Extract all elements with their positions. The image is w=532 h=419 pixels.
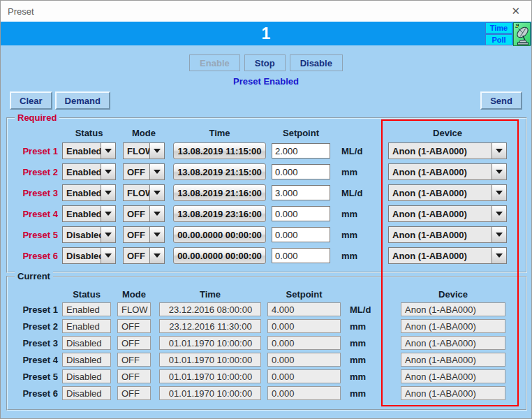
device-dropdown[interactable]: Anon (1-ABA000) (388, 163, 507, 180)
required-legend: Required (15, 112, 59, 123)
time-picker-button[interactable]: 13.08.2019 23:16:00 (173, 205, 266, 222)
preset-label: Preset 5 (8, 372, 58, 382)
status-value: Disabled (62, 336, 111, 350)
current-legend: Current (15, 271, 53, 281)
chevron-down-icon (101, 206, 115, 221)
unit-label: ML/d (341, 188, 372, 198)
action-row: Clear Demand Send (10, 91, 522, 110)
unit-label: mm (350, 355, 380, 365)
chevron-down-icon (149, 227, 164, 242)
status-dropdown[interactable]: Enabled (62, 184, 116, 201)
close-icon[interactable]: ✕ (507, 5, 524, 17)
disable-button[interactable]: Disable (290, 54, 343, 71)
current-row-5: Preset 5 Disabled OFF 01.01.1970 10:00:0… (8, 369, 526, 383)
demand-button[interactable]: Demand (55, 91, 110, 110)
chevron-down-icon (149, 143, 164, 159)
setpoint-input[interactable] (272, 164, 330, 179)
status-dropdown[interactable]: Disabled (62, 247, 116, 264)
mode-dropdown[interactable]: FLOW (123, 142, 165, 159)
device-dropdown[interactable]: Anon (1-ABA000) (388, 142, 507, 159)
time-picker-button[interactable]: 00.00.0000 00:00:00 (173, 247, 266, 264)
send-button[interactable]: Send (480, 91, 522, 110)
required-row-1: Preset 1 Enabled FLOW 13.08.2019 11:15:0… (8, 142, 526, 159)
poll-button[interactable]: Poll (485, 34, 512, 45)
status-dropdown[interactable]: Disabled (62, 226, 116, 243)
preset-window: Preset ✕ 1 Time Poll (0, 0, 532, 419)
device-value: Anon (1-ABA000) (401, 319, 505, 333)
preset-label: Preset 2 (8, 321, 58, 332)
device-value: Anon (1-ABA000) (401, 369, 505, 383)
clear-button[interactable]: Clear (10, 91, 52, 110)
chevron-down-icon (149, 206, 164, 221)
chevron-down-icon (101, 143, 115, 159)
preset-label: Preset 2 (8, 167, 58, 177)
setpoint-value: 0.000 (267, 386, 341, 400)
chevron-down-icon (492, 227, 506, 242)
chevron-down-icon (492, 248, 506, 263)
chevron-down-icon (492, 143, 506, 159)
current-groupbox: Current Status Mode Time Setpoint Device… (6, 276, 527, 411)
mode-value: OFF (117, 336, 151, 350)
chevron-down-icon (101, 185, 115, 200)
device-value: Anon (1-ABA000) (401, 386, 505, 400)
unit-label: mm (341, 167, 372, 177)
status-dropdown[interactable]: Enabled (62, 142, 116, 159)
chevron-down-icon (149, 248, 164, 263)
banner: 1 Time Poll (1, 22, 531, 45)
time-value: 23.12.2016 11:30:00 (159, 319, 261, 333)
required-header-row: Status Mode Time Setpoint Device (8, 127, 526, 138)
time-button[interactable]: Time (485, 22, 512, 34)
setpoint-input[interactable] (272, 227, 330, 242)
header-status: Status (62, 128, 116, 138)
time-picker-button[interactable]: 13.08.2019 21:16:00 (173, 184, 266, 201)
window-title: Preset (8, 6, 507, 17)
current-row-1: Preset 1 Enabled FLOW 23.12.2016 08:00:0… (8, 302, 526, 316)
device-value: Anon (1-ABA000) (401, 302, 505, 316)
header-setpoint: Setpoint (272, 128, 330, 138)
header-time: Time (159, 289, 261, 300)
enable-button[interactable]: Enable (189, 54, 240, 71)
time-picker-button[interactable]: 13.08.2019 21:15:00 (173, 163, 266, 180)
setpoint-input[interactable] (272, 206, 330, 221)
stop-button[interactable]: Stop (244, 54, 286, 71)
time-poll-stack: Time Poll (485, 22, 512, 46)
status-dropdown[interactable]: Enabled (62, 205, 116, 222)
device-value: Anon (1-ABA000) (401, 353, 505, 367)
mode-dropdown[interactable]: OFF (123, 163, 165, 180)
time-picker-button[interactable]: 13.08.2019 11:15:00 (173, 142, 266, 159)
time-picker-button[interactable]: 00.00.0000 00:00:00 (173, 226, 266, 243)
status-dropdown[interactable]: Enabled (62, 163, 116, 180)
required-row-5: Preset 5 Disabled OFF 00.00.0000 00:00:0… (8, 226, 526, 243)
current-row-2: Preset 2 Enabled OFF 23.12.2016 11:30:00… (8, 319, 526, 333)
setpoint-input[interactable] (272, 143, 330, 159)
setpoint-value: 4.000 (267, 302, 341, 316)
device-dropdown[interactable]: Anon (1-ABA000) (388, 226, 507, 243)
preset-status-text: Preset Enabled (1, 76, 531, 87)
mode-dropdown[interactable]: OFF (123, 226, 165, 243)
header-status: Status (62, 289, 111, 300)
device-dropdown[interactable]: Anon (1-ABA000) (388, 247, 507, 264)
chevron-down-icon (149, 185, 164, 200)
mode-value: OFF (117, 386, 151, 400)
preset-label: Preset 1 (8, 304, 58, 315)
header-mode: Mode (123, 128, 165, 138)
required-row-4: Preset 4 Enabled OFF 13.08.2019 23:16:00… (8, 205, 526, 222)
mode-dropdown[interactable]: OFF (123, 247, 165, 264)
device-dropdown[interactable]: Anon (1-ABA000) (388, 184, 507, 201)
mode-dropdown[interactable]: FLOW (123, 184, 165, 201)
header-device: Device (388, 128, 507, 138)
mode-dropdown[interactable]: OFF (123, 205, 165, 222)
time-value: 01.01.1970 10:00:00 (159, 386, 261, 400)
chevron-down-icon (101, 248, 115, 263)
time-value: 01.01.1970 10:00:00 (159, 353, 261, 367)
unit-label: mm (350, 388, 380, 399)
mode-value: FLOW (117, 302, 151, 316)
setpoint-input[interactable] (272, 185, 330, 200)
required-row-2: Preset 2 Enabled OFF 13.08.2019 21:15:00… (8, 163, 526, 180)
current-row-4: Preset 4 Disabled OFF 01.01.1970 10:00:0… (8, 353, 526, 367)
time-value: 01.01.1970 10:00:00 (159, 369, 261, 383)
setpoint-input[interactable] (272, 248, 330, 263)
device-dropdown[interactable]: Anon (1-ABA000) (388, 205, 507, 222)
status-value: Enabled (62, 319, 111, 333)
setpoint-value: 0.000 (267, 369, 341, 383)
